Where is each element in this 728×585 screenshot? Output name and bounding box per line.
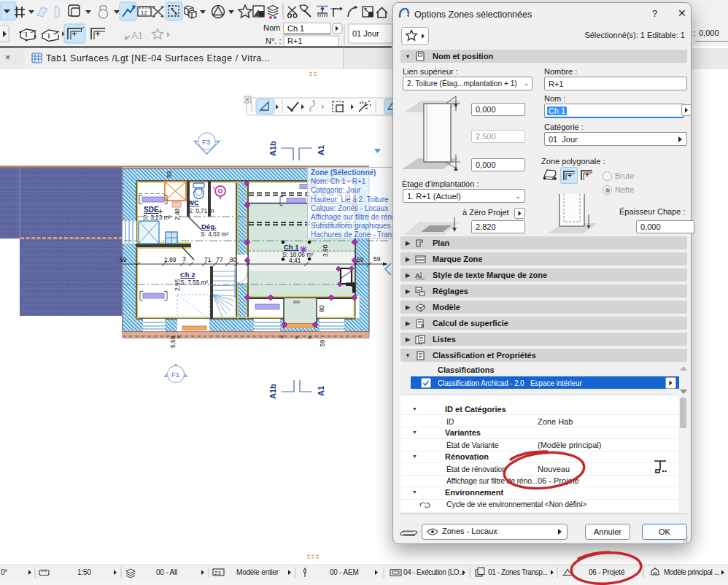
svg-text:0,000: 0,000 xyxy=(699,28,719,37)
svg-text:1:50: 1:50 xyxy=(77,568,91,576)
svg-text:A1: A1 xyxy=(317,386,325,396)
svg-text:N°. :: N°. : xyxy=(266,36,282,45)
svg-text:A1: A1 xyxy=(317,145,325,155)
svg-text:Modèle entier: Modèle entier xyxy=(236,568,279,576)
svg-text:2,95: 2,95 xyxy=(174,279,181,291)
svg-text::: : xyxy=(693,28,695,37)
svg-text:2,89: 2,89 xyxy=(164,256,177,263)
svg-text:A1: A1 xyxy=(131,30,143,41)
svg-text:00 - AEM: 00 - AEM xyxy=(330,568,359,576)
svg-text:2,48: 2,48 xyxy=(174,208,181,220)
svg-text:R+1: R+1 xyxy=(287,36,303,45)
svg-text:59: 59 xyxy=(120,256,127,263)
svg-text:59: 59 xyxy=(373,255,381,263)
svg-text:06 - Projeté: 06 - Projeté xyxy=(589,568,625,576)
svg-text:A1b: A1b xyxy=(268,384,277,399)
svg-text:SDE: SDE xyxy=(144,206,159,214)
svg-text:S: 7,55 m²: S: 7,55 m² xyxy=(180,279,209,286)
svg-text:59: 59 xyxy=(357,256,364,263)
svg-text:Tab1 Surfaces /Lgt [NE-04 Surf: Tab1 Surfaces /Lgt [NE-04 Surfaces Etage… xyxy=(46,53,271,63)
svg-text:Nom :: Nom : xyxy=(263,23,284,32)
svg-text:Ch 1: Ch 1 xyxy=(287,24,304,33)
svg-text:59: 59 xyxy=(166,171,173,178)
svg-text:A1b: A1b xyxy=(268,141,277,156)
svg-text:80: 80 xyxy=(230,256,237,263)
svg-text:01 Jour: 01 Jour xyxy=(352,29,379,38)
svg-text:Ch 1: Ch 1 xyxy=(284,243,299,251)
svg-text:80: 80 xyxy=(318,305,325,312)
svg-text:F3: F3 xyxy=(202,138,210,146)
svg-text:A: A xyxy=(415,272,420,279)
svg-text:Ch 2: Ch 2 xyxy=(180,271,195,279)
svg-text:S: 0,71 m: S: 0,71 m xyxy=(188,207,214,214)
svg-text:S: 4,02 m²: S: 4,02 m² xyxy=(201,230,229,238)
svg-text:+: + xyxy=(158,206,163,217)
svg-text:04 - Exécution (LO...: 04 - Exécution (LO... xyxy=(403,568,464,576)
svg-text:01 - Zones Transp...: 01 - Zones Transp... xyxy=(488,568,548,576)
svg-text:12: 12 xyxy=(141,9,147,16)
svg-text:×: × xyxy=(295,334,298,341)
svg-text:WC: WC xyxy=(187,198,199,206)
svg-text:2:3: 2:3 xyxy=(214,570,221,576)
svg-text:4,41: 4,41 xyxy=(289,257,301,264)
svg-text:59: 59 xyxy=(319,339,326,346)
svg-text:×: × xyxy=(280,333,284,341)
svg-text:5,58: 5,58 xyxy=(169,336,177,348)
svg-text:0°: 0° xyxy=(1,568,7,576)
svg-text:h: h xyxy=(421,323,424,328)
svg-text:×: × xyxy=(308,334,311,341)
svg-text:×: × xyxy=(177,333,180,341)
svg-text:F1: F1 xyxy=(171,371,179,379)
svg-text:77: 77 xyxy=(216,256,223,263)
svg-text:00 - All: 00 - All xyxy=(156,568,177,576)
svg-text:71: 71 xyxy=(204,256,212,263)
svg-text:Modèle principal ...: Modèle principal ... xyxy=(664,568,719,576)
svg-text:3: 3 xyxy=(182,255,186,263)
svg-text:Dég.: Dég. xyxy=(201,222,217,230)
svg-text:3,90: 3,90 xyxy=(322,244,329,257)
